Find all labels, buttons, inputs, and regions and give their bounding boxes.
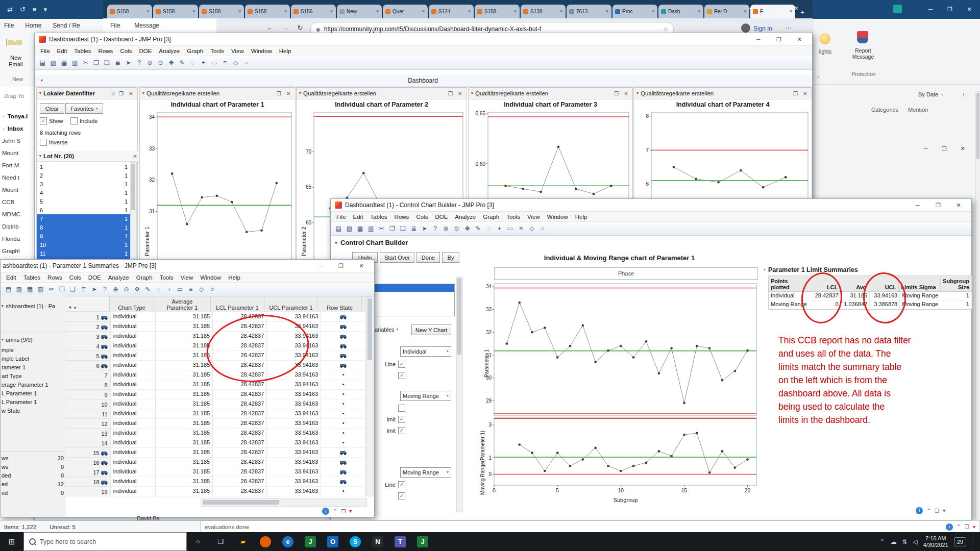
tab-close-icon[interactable]: ✕ bbox=[559, 9, 563, 14]
row-state-cell[interactable]: • bbox=[321, 380, 366, 390]
toolbar-icon[interactable]: ✥ bbox=[166, 58, 176, 68]
tab-close-icon[interactable]: ✕ bbox=[605, 9, 609, 14]
toolbar-icon[interactable]: ⊙ bbox=[156, 58, 165, 68]
menu-item[interactable]: Window bbox=[248, 47, 276, 55]
menu-item[interactable]: Tools bbox=[503, 213, 524, 220]
checkbox-icon[interactable]: ✓ bbox=[398, 372, 405, 379]
tab-close-icon[interactable]: ✕ bbox=[284, 9, 287, 14]
show-checkbox[interactable]: ✓ Show bbox=[40, 117, 63, 124]
menu-item[interactable]: Rows bbox=[391, 213, 413, 220]
individual-dropdown[interactable]: Individual▾ bbox=[400, 346, 451, 357]
restore-icon[interactable]: ❐ bbox=[612, 91, 620, 96]
table-row[interactable]: 17 individual 31.185 28.42837 33.94163 • bbox=[66, 467, 366, 477]
toolbar-icon[interactable]: ≡ bbox=[516, 224, 526, 234]
show-desktop-button[interactable] bbox=[972, 532, 975, 551]
toolbar-icon[interactable]: ▧ bbox=[48, 58, 58, 68]
menu-item[interactable]: Tools bbox=[207, 47, 228, 55]
row-state-cell[interactable]: • bbox=[321, 429, 366, 438]
checkbox-icon[interactable] bbox=[398, 405, 405, 412]
browser-tab[interactable]: S156 ✕ bbox=[291, 5, 336, 18]
report-message-icon[interactable] bbox=[857, 31, 868, 43]
table-row[interactable]: 10 individual 31.185 28.42837 33.94163 • bbox=[66, 399, 366, 409]
tab-close-icon[interactable]: ✕ bbox=[651, 9, 655, 14]
minimize-button[interactable]: ─ bbox=[909, 200, 926, 210]
row-state-cell[interactable]: • bbox=[321, 487, 366, 496]
qat-icon[interactable]: ≡ bbox=[33, 6, 37, 13]
menu-item[interactable]: DOE bbox=[135, 47, 155, 55]
table-row[interactable]: 8 individual 31.185 28.42837 33.94163 • bbox=[66, 380, 366, 390]
row-number-header[interactable]: ◄ ▾ bbox=[66, 296, 110, 312]
browser-tab[interactable]: S138 ✕ bbox=[521, 5, 566, 18]
toolbar-icon[interactable]: ✂ bbox=[377, 224, 386, 234]
toolbar-icon[interactable]: ≡ bbox=[186, 285, 195, 294]
maximize-button[interactable]: ❐ bbox=[332, 261, 350, 271]
maximize-button[interactable]: ❐ bbox=[770, 34, 788, 44]
taskbar-app-icon[interactable]: e bbox=[277, 532, 299, 551]
menu-item[interactable]: Graph bbox=[479, 213, 503, 220]
red-triangle-icon[interactable]: ▾ bbox=[142, 91, 144, 95]
table-panel-header[interactable]: ▾ shboardtest (1) - Pa bbox=[2, 303, 55, 309]
row-state-cell[interactable]: • bbox=[321, 448, 366, 458]
menu-item[interactable]: Tools bbox=[156, 274, 177, 281]
toolbar-icon[interactable]: + bbox=[199, 58, 208, 68]
menu-item[interactable]: Window bbox=[544, 213, 572, 220]
menu-item[interactable]: Graph bbox=[133, 274, 156, 281]
toolbar-icon[interactable]: ❏ bbox=[398, 224, 408, 234]
by-button[interactable]: By bbox=[442, 252, 459, 263]
menu-item[interactable]: Cols bbox=[66, 274, 85, 281]
toolbar-icon[interactable]: ≣ bbox=[409, 224, 419, 234]
lot-value-row[interactable]: 4 1 bbox=[37, 188, 130, 197]
row-state-cell[interactable]: • bbox=[321, 322, 366, 332]
close-icon[interactable]: ✕ bbox=[131, 154, 139, 159]
table-row[interactable]: 13 individual 31.185 28.42837 33.94163 • bbox=[66, 429, 366, 438]
column-item[interactable]: art Type bbox=[2, 373, 65, 382]
red-triangle-icon[interactable]: ▾ bbox=[39, 91, 41, 95]
close-icon[interactable]: ✕ bbox=[285, 91, 292, 96]
menu-item[interactable]: Analyze bbox=[451, 213, 479, 220]
browser-tab[interactable]: S124 ✕ bbox=[429, 5, 474, 18]
column-item[interactable]: L Parameter 1 bbox=[2, 390, 65, 399]
toolbar-icon[interactable]: ▦ bbox=[355, 224, 365, 234]
toolbar-icon[interactable]: ▭ bbox=[209, 58, 219, 68]
checkbox-icon[interactable]: ✓ bbox=[398, 492, 405, 499]
red-triangle-icon[interactable]: ▾ bbox=[299, 91, 301, 95]
row-number-cell[interactable]: 11 bbox=[66, 409, 111, 419]
toolbar-icon[interactable]: ▥ bbox=[36, 285, 45, 294]
checkbox-icon[interactable] bbox=[70, 117, 78, 124]
close-button[interactable]: ✕ bbox=[950, 200, 967, 210]
row-state-cell[interactable]: • bbox=[321, 351, 366, 361]
tab-close-icon[interactable]: ✕ bbox=[376, 9, 379, 14]
minimize-button[interactable]: ─ bbox=[922, 4, 939, 14]
sort-by-control[interactable]: By Date ⌄ bbox=[918, 91, 944, 97]
info-icon[interactable]: i bbox=[916, 507, 923, 514]
toolbar-icon[interactable]: ➤ bbox=[89, 285, 99, 294]
toolbar-icon[interactable]: ≣ bbox=[113, 58, 122, 68]
toolbar-icon[interactable]: ✥ bbox=[132, 285, 142, 294]
done-button[interactable]: Done bbox=[416, 252, 440, 263]
horizontal-scrollbar[interactable] bbox=[201, 498, 367, 507]
column-item[interactable]: L Parameter 1 bbox=[2, 399, 65, 408]
variables-dropdown[interactable]: ariables ▾ bbox=[375, 327, 399, 333]
taskbar-app-icon[interactable]: S bbox=[344, 532, 366, 551]
toolbar-icon[interactable]: ✎ bbox=[143, 285, 153, 294]
minimize-button[interactable]: ─ bbox=[743, 3, 760, 13]
red-triangle-icon[interactable]: ▾ bbox=[349, 509, 352, 514]
checkbox-icon[interactable] bbox=[40, 139, 47, 146]
toolbar-icon[interactable]: ▦ bbox=[25, 285, 35, 294]
toolbar-icon[interactable]: ◌ bbox=[154, 285, 163, 294]
toolbar-icon[interactable]: ≡ bbox=[220, 58, 230, 68]
row-number-cell[interactable]: 5 bbox=[66, 351, 111, 361]
close-icon[interactable]: ✕ bbox=[622, 91, 630, 96]
profile-avatar[interactable] bbox=[741, 23, 750, 33]
tray-icon[interactable]: ⇅ bbox=[902, 538, 908, 545]
menu-item[interactable]: Rows bbox=[44, 274, 66, 281]
row-number-cell[interactable]: 12 bbox=[66, 419, 111, 429]
menu-item[interactable]: Analyze bbox=[105, 274, 133, 281]
menu-item[interactable]: Tables bbox=[20, 274, 44, 281]
insights-label[interactable]: lights bbox=[814, 48, 837, 55]
tab-close-icon[interactable]: ✕ bbox=[422, 9, 425, 14]
favorites-button[interactable]: Favorites▾ bbox=[65, 103, 103, 114]
row-state-cell[interactable]: • bbox=[321, 458, 366, 467]
favorite-star-icon[interactable]: ☆ bbox=[663, 26, 668, 33]
close-button[interactable]: ✕ bbox=[961, 4, 978, 14]
